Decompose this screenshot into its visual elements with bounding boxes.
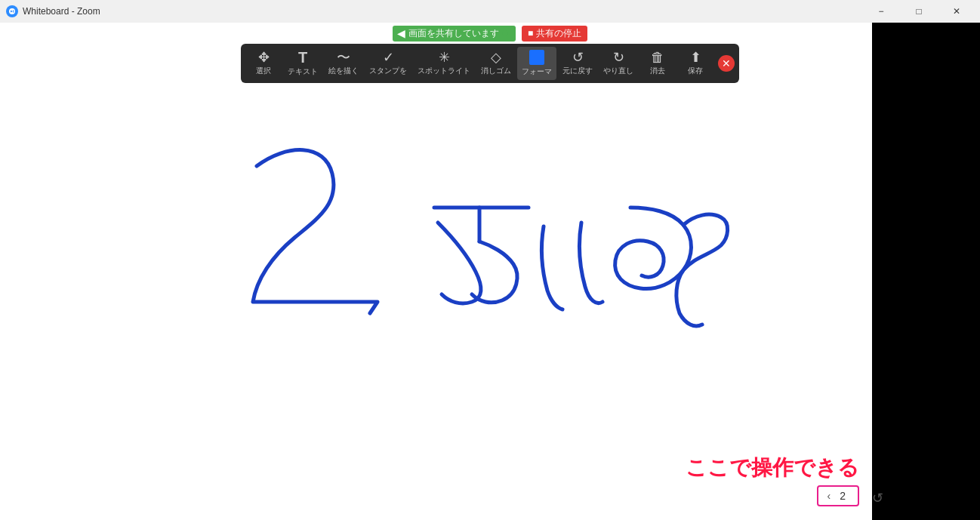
annotation-text: ここで操作できる xyxy=(686,454,859,482)
toolbar-close-button[interactable]: ✕ xyxy=(718,55,735,72)
select-label: 選択 xyxy=(256,66,271,76)
form-tool-button[interactable]: フォーマ xyxy=(517,47,556,80)
canvas-svg xyxy=(0,23,872,520)
text-icon: T xyxy=(298,50,307,65)
delete-button[interactable]: 🗑 消去 xyxy=(639,48,676,79)
text-tool-button[interactable]: T テキスト xyxy=(283,47,322,80)
undo-button[interactable]: ↺ 元に戻す xyxy=(558,48,597,79)
whiteboard-area[interactable] xyxy=(0,23,872,520)
eraser-label: 消しゴム xyxy=(481,66,511,76)
pen-label: 絵を描く xyxy=(328,66,359,76)
stamp-tool-button[interactable]: ✓ スタンプを xyxy=(365,48,411,79)
window-controls: − □ ✕ xyxy=(864,0,974,23)
close-icon: ✕ xyxy=(722,57,731,69)
title-bar: Whiteboard - Zoom − □ ✕ xyxy=(0,0,980,23)
redo-label: やり直し xyxy=(603,66,633,76)
text-label: テキスト xyxy=(288,66,318,77)
save-button[interactable]: ⬆ 保存 xyxy=(677,48,713,79)
eraser-tool-button[interactable]: ◇ 消しゴム xyxy=(476,48,516,79)
page-number: 2 xyxy=(834,490,852,502)
pen-tool-button[interactable]: 〜 絵を描く xyxy=(324,48,363,79)
select-tool-button[interactable]: ✥ 選択 xyxy=(245,48,282,79)
app-title: Whiteboard - Zoom xyxy=(23,6,100,17)
form-icon xyxy=(529,50,544,65)
redo-button[interactable]: ↻ やり直し xyxy=(599,48,638,79)
prev-page-button[interactable]: ‹ xyxy=(824,490,834,502)
app-logo: Whiteboard - Zoom xyxy=(6,5,100,17)
page-navigation[interactable]: ‹ 2 xyxy=(817,485,859,506)
reload-icon: ↺ xyxy=(872,491,883,506)
form-label: フォーマ xyxy=(522,66,552,77)
eraser-icon: ◇ xyxy=(491,51,501,64)
stop-icon: ■ xyxy=(528,28,533,38)
save-icon: ⬆ xyxy=(690,51,701,64)
undo-label: 元に戻す xyxy=(562,66,593,76)
spotlight-label: スポットライト xyxy=(418,66,470,76)
zoom-icon xyxy=(6,5,18,17)
minimize-button[interactable]: − xyxy=(864,0,898,23)
redo-icon: ↻ xyxy=(613,51,624,64)
save-label: 保存 xyxy=(688,66,703,76)
spotlight-tool-button[interactable]: ✳ スポットライト xyxy=(413,48,475,79)
maximize-button[interactable]: □ xyxy=(901,0,936,23)
undo-icon: ↺ xyxy=(572,51,584,64)
stamp-icon: ✓ xyxy=(383,51,394,64)
side-panel xyxy=(872,23,980,520)
delete-label: 消去 xyxy=(650,66,665,76)
toolbar: ✥ 選択 T テキスト 〜 絵を描く ✓ スタンプを ✳ スポットライト ◇ 消… xyxy=(241,44,739,83)
select-icon: ✥ xyxy=(258,51,270,64)
stamp-label: スタンプを xyxy=(369,66,407,76)
stop-text: 共有の停止 xyxy=(536,27,581,40)
svg-rect-2 xyxy=(13,11,14,12)
reload-button[interactable]: ↺ xyxy=(872,490,883,506)
spotlight-icon: ✳ xyxy=(439,51,450,64)
delete-icon: 🗑 xyxy=(651,51,664,64)
svg-rect-1 xyxy=(13,11,14,11)
window-close-button[interactable]: ✕ xyxy=(939,0,974,23)
stop-sharing-button[interactable]: ■ 共有の停止 xyxy=(522,26,587,42)
pen-icon: 〜 xyxy=(337,51,350,64)
